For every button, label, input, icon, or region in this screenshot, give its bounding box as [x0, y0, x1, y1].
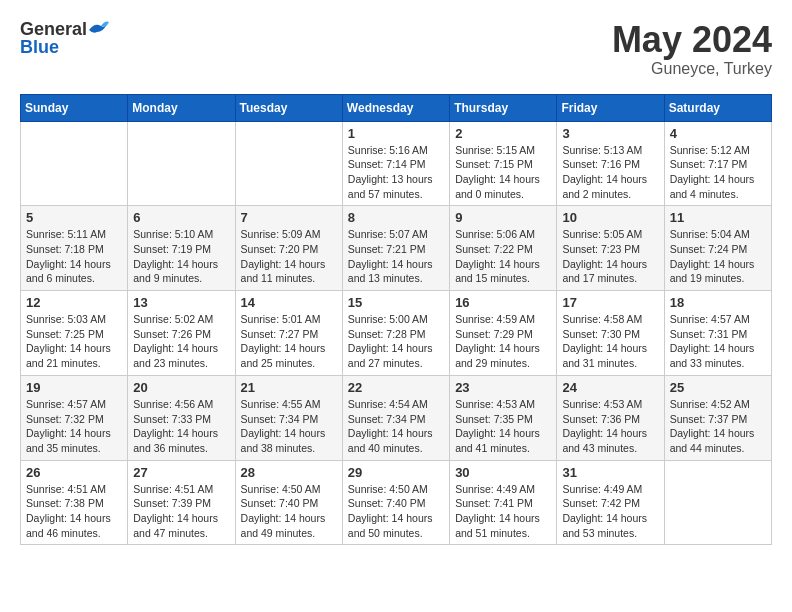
day-number: 18 [670, 295, 766, 310]
calendar-cell [664, 460, 771, 545]
logo-bird-icon [87, 20, 109, 38]
day-info: Sunrise: 5:00 AM Sunset: 7:28 PM Dayligh… [348, 312, 444, 371]
day-header: Friday [557, 94, 664, 121]
day-number: 28 [241, 465, 337, 480]
day-number: 5 [26, 210, 122, 225]
header: General Blue May 2024 Guneyce, Turkey [20, 20, 772, 78]
day-header: Sunday [21, 94, 128, 121]
calendar-cell: 26Sunrise: 4:51 AM Sunset: 7:38 PM Dayli… [21, 460, 128, 545]
calendar-cell: 13Sunrise: 5:02 AM Sunset: 7:26 PM Dayli… [128, 291, 235, 376]
day-header: Wednesday [342, 94, 449, 121]
day-info: Sunrise: 5:07 AM Sunset: 7:21 PM Dayligh… [348, 227, 444, 286]
month-title: May 2024 [612, 20, 772, 60]
calendar-cell: 25Sunrise: 4:52 AM Sunset: 7:37 PM Dayli… [664, 375, 771, 460]
day-info: Sunrise: 4:59 AM Sunset: 7:29 PM Dayligh… [455, 312, 551, 371]
day-info: Sunrise: 5:06 AM Sunset: 7:22 PM Dayligh… [455, 227, 551, 286]
calendar-cell: 15Sunrise: 5:00 AM Sunset: 7:28 PM Dayli… [342, 291, 449, 376]
calendar-cell: 27Sunrise: 4:51 AM Sunset: 7:39 PM Dayli… [128, 460, 235, 545]
calendar-cell: 22Sunrise: 4:54 AM Sunset: 7:34 PM Dayli… [342, 375, 449, 460]
day-number: 16 [455, 295, 551, 310]
day-info: Sunrise: 5:15 AM Sunset: 7:15 PM Dayligh… [455, 143, 551, 202]
calendar-cell [235, 121, 342, 206]
day-info: Sunrise: 4:58 AM Sunset: 7:30 PM Dayligh… [562, 312, 658, 371]
calendar-cell: 17Sunrise: 4:58 AM Sunset: 7:30 PM Dayli… [557, 291, 664, 376]
calendar-cell [21, 121, 128, 206]
day-number: 7 [241, 210, 337, 225]
calendar-cell: 19Sunrise: 4:57 AM Sunset: 7:32 PM Dayli… [21, 375, 128, 460]
calendar-cell: 4Sunrise: 5:12 AM Sunset: 7:17 PM Daylig… [664, 121, 771, 206]
day-info: Sunrise: 4:57 AM Sunset: 7:32 PM Dayligh… [26, 397, 122, 456]
day-number: 30 [455, 465, 551, 480]
calendar-cell: 5Sunrise: 5:11 AM Sunset: 7:18 PM Daylig… [21, 206, 128, 291]
day-info: Sunrise: 4:55 AM Sunset: 7:34 PM Dayligh… [241, 397, 337, 456]
day-info: Sunrise: 4:51 AM Sunset: 7:38 PM Dayligh… [26, 482, 122, 541]
day-info: Sunrise: 4:53 AM Sunset: 7:36 PM Dayligh… [562, 397, 658, 456]
day-info: Sunrise: 5:01 AM Sunset: 7:27 PM Dayligh… [241, 312, 337, 371]
calendar-cell: 31Sunrise: 4:49 AM Sunset: 7:42 PM Dayli… [557, 460, 664, 545]
calendar-table: SundayMondayTuesdayWednesdayThursdayFrid… [20, 94, 772, 546]
day-info: Sunrise: 5:12 AM Sunset: 7:17 PM Dayligh… [670, 143, 766, 202]
day-info: Sunrise: 4:56 AM Sunset: 7:33 PM Dayligh… [133, 397, 229, 456]
day-header: Saturday [664, 94, 771, 121]
day-info: Sunrise: 4:50 AM Sunset: 7:40 PM Dayligh… [241, 482, 337, 541]
day-info: Sunrise: 5:16 AM Sunset: 7:14 PM Dayligh… [348, 143, 444, 202]
day-number: 8 [348, 210, 444, 225]
day-number: 12 [26, 295, 122, 310]
calendar-week-row: 26Sunrise: 4:51 AM Sunset: 7:38 PM Dayli… [21, 460, 772, 545]
day-number: 1 [348, 126, 444, 141]
day-number: 4 [670, 126, 766, 141]
day-number: 9 [455, 210, 551, 225]
calendar-cell: 2Sunrise: 5:15 AM Sunset: 7:15 PM Daylig… [450, 121, 557, 206]
calendar-cell [128, 121, 235, 206]
calendar-cell: 23Sunrise: 4:53 AM Sunset: 7:35 PM Dayli… [450, 375, 557, 460]
title-area: May 2024 Guneyce, Turkey [612, 20, 772, 78]
calendar-cell: 7Sunrise: 5:09 AM Sunset: 7:20 PM Daylig… [235, 206, 342, 291]
calendar-cell: 29Sunrise: 4:50 AM Sunset: 7:40 PM Dayli… [342, 460, 449, 545]
calendar-cell: 10Sunrise: 5:05 AM Sunset: 7:23 PM Dayli… [557, 206, 664, 291]
calendar-cell: 28Sunrise: 4:50 AM Sunset: 7:40 PM Dayli… [235, 460, 342, 545]
calendar-week-row: 5Sunrise: 5:11 AM Sunset: 7:18 PM Daylig… [21, 206, 772, 291]
day-info: Sunrise: 4:53 AM Sunset: 7:35 PM Dayligh… [455, 397, 551, 456]
day-number: 25 [670, 380, 766, 395]
day-info: Sunrise: 4:57 AM Sunset: 7:31 PM Dayligh… [670, 312, 766, 371]
day-header: Tuesday [235, 94, 342, 121]
day-number: 3 [562, 126, 658, 141]
day-header: Thursday [450, 94, 557, 121]
day-number: 19 [26, 380, 122, 395]
calendar-week-row: 1Sunrise: 5:16 AM Sunset: 7:14 PM Daylig… [21, 121, 772, 206]
calendar-cell: 1Sunrise: 5:16 AM Sunset: 7:14 PM Daylig… [342, 121, 449, 206]
day-info: Sunrise: 5:05 AM Sunset: 7:23 PM Dayligh… [562, 227, 658, 286]
days-header-row: SundayMondayTuesdayWednesdayThursdayFrid… [21, 94, 772, 121]
calendar-cell: 12Sunrise: 5:03 AM Sunset: 7:25 PM Dayli… [21, 291, 128, 376]
day-number: 31 [562, 465, 658, 480]
day-number: 21 [241, 380, 337, 395]
day-info: Sunrise: 5:03 AM Sunset: 7:25 PM Dayligh… [26, 312, 122, 371]
day-number: 23 [455, 380, 551, 395]
calendar-week-row: 12Sunrise: 5:03 AM Sunset: 7:25 PM Dayli… [21, 291, 772, 376]
day-number: 29 [348, 465, 444, 480]
day-number: 26 [26, 465, 122, 480]
day-number: 13 [133, 295, 229, 310]
logo-general-text: General [20, 20, 87, 38]
day-info: Sunrise: 5:04 AM Sunset: 7:24 PM Dayligh… [670, 227, 766, 286]
day-header: Monday [128, 94, 235, 121]
day-info: Sunrise: 4:52 AM Sunset: 7:37 PM Dayligh… [670, 397, 766, 456]
day-number: 2 [455, 126, 551, 141]
day-number: 22 [348, 380, 444, 395]
day-number: 15 [348, 295, 444, 310]
calendar-cell: 24Sunrise: 4:53 AM Sunset: 7:36 PM Dayli… [557, 375, 664, 460]
calendar-cell: 6Sunrise: 5:10 AM Sunset: 7:19 PM Daylig… [128, 206, 235, 291]
calendar-cell: 30Sunrise: 4:49 AM Sunset: 7:41 PM Dayli… [450, 460, 557, 545]
day-number: 11 [670, 210, 766, 225]
calendar-cell: 3Sunrise: 5:13 AM Sunset: 7:16 PM Daylig… [557, 121, 664, 206]
calendar-cell: 8Sunrise: 5:07 AM Sunset: 7:21 PM Daylig… [342, 206, 449, 291]
day-number: 14 [241, 295, 337, 310]
day-info: Sunrise: 5:02 AM Sunset: 7:26 PM Dayligh… [133, 312, 229, 371]
day-number: 20 [133, 380, 229, 395]
calendar-cell: 21Sunrise: 4:55 AM Sunset: 7:34 PM Dayli… [235, 375, 342, 460]
day-info: Sunrise: 4:54 AM Sunset: 7:34 PM Dayligh… [348, 397, 444, 456]
day-info: Sunrise: 5:10 AM Sunset: 7:19 PM Dayligh… [133, 227, 229, 286]
calendar-cell: 20Sunrise: 4:56 AM Sunset: 7:33 PM Dayli… [128, 375, 235, 460]
calendar-cell: 9Sunrise: 5:06 AM Sunset: 7:22 PM Daylig… [450, 206, 557, 291]
day-number: 17 [562, 295, 658, 310]
